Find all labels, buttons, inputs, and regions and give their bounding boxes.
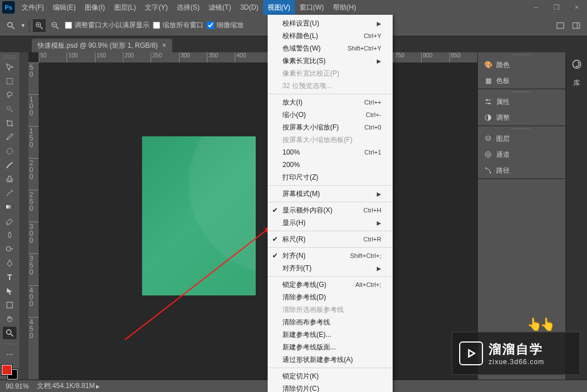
panel-grip[interactable] <box>478 126 565 131</box>
type-tool-icon[interactable]: T <box>3 270 16 283</box>
panel-grip[interactable] <box>478 89 565 94</box>
menu-item[interactable]: 缩小(O)Ctrl+- <box>268 109 393 121</box>
foreground-color[interactable] <box>2 365 12 375</box>
menu-filter[interactable]: 滤镜(T) <box>204 0 235 15</box>
close-button[interactable]: × <box>567 0 587 15</box>
submenu-arrow-icon: ▶ <box>377 220 381 226</box>
document-tab[interactable]: 快速模板.psd @ 90.9% (矩形 1, RGB/8) × <box>32 39 172 52</box>
menu-item[interactable]: ✔标尺(R)Ctrl+R <box>268 233 393 245</box>
menu-item[interactable]: ✔对齐(N)Shift+Ctrl+; <box>268 249 393 262</box>
blur-tool-icon[interactable] <box>3 228 16 241</box>
brush-tool-icon[interactable] <box>3 159 16 172</box>
menu-item[interactable]: 清除画布参考线 <box>268 316 393 328</box>
zoom-level[interactable]: 90.91% <box>6 382 29 390</box>
chevron-right-icon[interactable]: ▶ <box>96 384 99 389</box>
menu-item[interactable]: 校样颜色(L)Ctrl+Y <box>268 30 393 42</box>
hand-tool-icon[interactable] <box>3 312 16 326</box>
menu-item[interactable]: ✔显示额外内容(X)Ctrl+H <box>268 204 393 216</box>
move-tool-icon[interactable] <box>3 61 16 74</box>
menu-item[interactable]: 屏幕模式(M)▶ <box>268 187 393 200</box>
menu-layer[interactable]: 图层(L) <box>110 0 141 15</box>
menu-item[interactable]: 200% <box>268 159 393 171</box>
pen-tool-icon[interactable] <box>3 257 16 270</box>
menu-item[interactable]: 色域警告(W)Shift+Ctrl+Y <box>268 42 393 55</box>
shape-tool-icon[interactable] <box>3 298 16 311</box>
menu-item[interactable]: 锁定切片(K) <box>268 370 393 382</box>
zoom-out-mode-icon[interactable] <box>49 19 61 32</box>
ruler-tick: 150 <box>28 126 39 158</box>
menu-type[interactable]: 文字(Y) <box>140 0 172 15</box>
marquee-tool-icon[interactable] <box>3 74 16 87</box>
menu-item[interactable]: 100%Ctrl+1 <box>268 146 393 159</box>
panel-color[interactable]: 🎨颜色 <box>478 57 565 73</box>
menu-item[interactable]: 按屏幕大小缩放(F)Ctrl+0 <box>268 121 393 134</box>
color-swatches[interactable] <box>2 365 18 380</box>
menu-item-label: 像素长宽比校正(P) <box>282 69 339 78</box>
eraser-tool-icon[interactable] <box>3 215 16 228</box>
menu-item[interactable]: 清除参考线(D) <box>268 291 393 303</box>
shortcut-label: Ctrl+Y <box>364 32 381 39</box>
eyedropper-tool-icon[interactable] <box>3 131 16 144</box>
menu-view[interactable]: 视图(V) <box>263 0 295 15</box>
path-select-tool-icon[interactable] <box>3 285 16 298</box>
chevron-down-icon[interactable]: ▼ <box>20 23 26 28</box>
menu-image[interactable]: 图像(I) <box>80 0 109 15</box>
menu-item[interactable]: 锁定参考线(G)Alt+Ctrl+; <box>268 278 393 291</box>
panel-layers[interactable]: 图层 <box>478 131 565 147</box>
history-brush-tool-icon[interactable] <box>3 186 16 199</box>
maximize-button[interactable]: ❐ <box>546 0 567 15</box>
menu-item[interactable]: 对齐到(T)▶ <box>268 262 393 274</box>
panel-swatches[interactable]: ▦色板 <box>478 73 565 89</box>
lasso-tool-icon[interactable] <box>3 89 16 102</box>
layers-icon <box>484 134 493 143</box>
frame-tool-icon[interactable] <box>3 145 16 158</box>
panel-grip[interactable] <box>478 52 565 57</box>
zoom-in-mode-icon[interactable] <box>33 19 45 32</box>
workspace-switcher-icon[interactable] <box>570 19 582 32</box>
menu-item[interactable]: 清除切片(C) <box>268 382 393 392</box>
panel-paths[interactable]: 路径 <box>478 162 565 178</box>
sliders-icon <box>484 97 493 106</box>
workspace-rect-icon[interactable] <box>554 19 567 32</box>
menu-help[interactable]: 帮助(H) <box>328 0 361 15</box>
library-label[interactable]: 库 <box>573 78 580 88</box>
menu-item[interactable]: 显示(H)▶ <box>268 216 393 229</box>
quick-select-tool-icon[interactable] <box>3 103 16 116</box>
menu-item[interactable]: 校样设置(U)▶ <box>268 17 393 30</box>
canvas-scrollbar-left[interactable] <box>19 52 28 380</box>
dodge-tool-icon[interactable] <box>3 243 16 256</box>
scrubby-zoom-checkbox[interactable]: 细微缩放 <box>207 20 244 30</box>
toolbox-grip[interactable] <box>4 56 15 59</box>
cc-libraries-icon[interactable] <box>571 58 583 70</box>
doc-label: 文档: <box>37 382 52 390</box>
menu-edit[interactable]: 编辑(E) <box>48 0 80 15</box>
canvas[interactable]: 50 100 150 200 250 300 350 400 700 750 8… <box>28 52 477 380</box>
channels-icon <box>484 150 493 159</box>
crop-tool-icon[interactable] <box>3 116 16 130</box>
minimize-button[interactable]: – <box>526 0 546 15</box>
app-logo: Ps <box>2 1 15 14</box>
menu-item[interactable]: 新建参考线(E)... <box>268 328 393 341</box>
svg-rect-12 <box>7 78 13 84</box>
menu-item[interactable]: 通过形状新建参考线(A) <box>268 353 393 366</box>
panel-properties[interactable]: 属性 <box>478 94 565 110</box>
scrubby-zoom-label: 细微缩放 <box>217 20 244 30</box>
menu-item[interactable]: 像素长宽比(S)▶ <box>268 55 393 67</box>
menu-select[interactable]: 选择(S) <box>172 0 204 15</box>
resize-window-checkbox[interactable]: 调整窗口大小以满屏显示 <box>65 20 149 30</box>
edit-toolbar-icon[interactable]: ⋯ <box>3 348 16 361</box>
zoom-tool-icon[interactable] <box>3 327 16 340</box>
zoom-all-windows-checkbox[interactable]: 缩放所有窗口 <box>153 20 203 30</box>
close-tab-icon[interactable]: × <box>163 41 166 49</box>
panel-adjustments[interactable]: 调整 <box>478 110 565 126</box>
panel-channels[interactable]: 通道 <box>478 147 565 162</box>
menu-item[interactable]: 放大(I)Ctrl++ <box>268 96 393 109</box>
gradient-tool-icon[interactable] <box>3 201 16 214</box>
menu-item[interactable]: 打印尺寸(Z) <box>268 171 393 184</box>
menu-3d[interactable]: 3D(D) <box>236 0 263 15</box>
menu-file[interactable]: 文件(F) <box>17 0 48 15</box>
zoom-tool-icon[interactable] <box>5 19 17 32</box>
stamp-tool-icon[interactable] <box>3 173 16 186</box>
menu-window[interactable]: 窗口(W) <box>295 0 328 15</box>
menu-item[interactable]: 新建参考线版面... <box>268 341 393 353</box>
